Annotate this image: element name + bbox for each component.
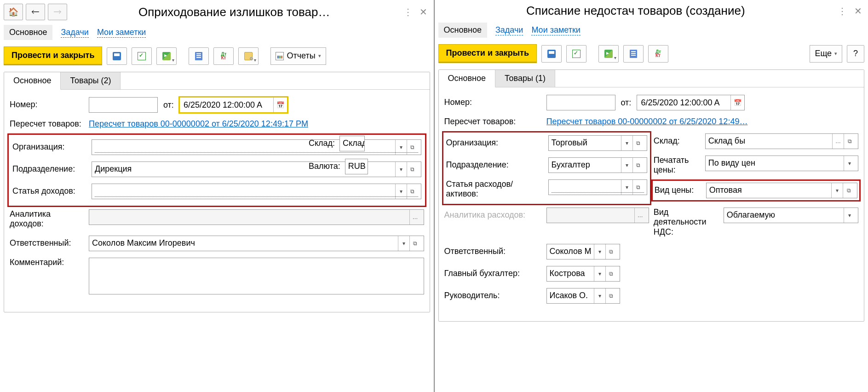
forward-button[interactable]: 🡒: [48, 4, 67, 20]
save-button[interactable]: [541, 45, 562, 63]
nav-tasks[interactable]: Задачи: [495, 25, 523, 35]
resp-combo[interactable]: Соколов М ▾ ⧉: [546, 244, 620, 259]
from-label: от:: [163, 100, 174, 110]
create-based-on-button[interactable]: [156, 47, 177, 65]
price-type-combo[interactable]: Оптовая ▾ ⧉: [706, 183, 857, 198]
more-menu-button[interactable]: ⋮: [836, 5, 849, 17]
expense-anal-combo[interactable]: …: [546, 208, 649, 223]
warehouse-label: Склад:: [654, 136, 700, 146]
dropdown-icon[interactable]: ▾: [594, 244, 605, 259]
calendar-icon[interactable]: 📅: [730, 95, 744, 110]
open-icon[interactable]: ⧉: [633, 158, 644, 173]
dropdown-icon[interactable]: ▾: [398, 236, 409, 251]
print-prices-combo[interactable]: По виду цен ▾: [705, 156, 858, 171]
vat-label: Вид деятельности НДС:: [654, 208, 718, 237]
post-button[interactable]: [566, 45, 586, 63]
resp-combo[interactable]: Соколов Максим Игоревич ▾ ⧉: [89, 236, 424, 251]
close-button[interactable]: ✕: [851, 5, 864, 17]
open-icon[interactable]: ⧉: [633, 136, 644, 150]
recount-link[interactable]: Пересчет товаров 00-00000002 от 6/25/202…: [89, 119, 424, 129]
help-button[interactable]: ?: [847, 45, 864, 63]
list-icon: [630, 50, 637, 58]
nav-notes[interactable]: Мои заметки: [97, 28, 146, 38]
dropdown-icon[interactable]: ▾: [621, 158, 632, 173]
based-on-icon: [162, 52, 171, 60]
number-input[interactable]: [89, 97, 158, 113]
home-button[interactable]: 🏠: [4, 4, 23, 20]
currency-input[interactable]: RUB: [345, 159, 368, 174]
recount-label: Пересчет товаров:: [444, 117, 541, 127]
org-combo[interactable]: Торговый ▾ ⧉: [548, 135, 647, 151]
based-on-icon: [604, 50, 613, 58]
chief-accountant-combo[interactable]: Кострова ▾ ⧉: [546, 266, 620, 282]
resp-label: Ответственный:: [444, 247, 541, 257]
number-label: Номер:: [10, 100, 83, 110]
nav-tasks[interactable]: Задачи: [61, 28, 88, 38]
tab-goods[interactable]: Товары (2): [61, 72, 121, 90]
post-button[interactable]: [132, 47, 152, 65]
dtkt-icon: ДтКт: [221, 52, 226, 60]
nav-notes[interactable]: Мои заметки: [531, 25, 581, 35]
calendar-icon[interactable]: 📅: [273, 98, 287, 112]
tab-goods[interactable]: Товары (1): [495, 70, 555, 87]
open-icon[interactable]: ⧉: [606, 266, 617, 281]
vat-combo[interactable]: Облагаемую ▾: [724, 208, 858, 223]
dropdown-icon[interactable]: ▾: [396, 162, 407, 177]
recount-link[interactable]: Пересчет товаров 00-00000002 от 6/25/202…: [546, 117, 859, 127]
date-input[interactable]: 6/25/2020 12:00:00 A 📅: [179, 97, 287, 113]
dropdown-icon[interactable]: ▾: [832, 183, 843, 198]
director-combo[interactable]: Исаков О. ▾ ⧉: [546, 288, 620, 304]
dept-combo[interactable]: Дирекция ▾ ⧉: [92, 161, 421, 177]
page-title: Оприходование излишков товар…: [70, 5, 399, 19]
income-anal-combo[interactable]: …: [89, 209, 424, 225]
dtkt-button[interactable]: ДтКт: [648, 45, 668, 63]
tab-main[interactable]: Основное: [4, 72, 61, 90]
dtkt-icon: ДтКт: [655, 50, 661, 58]
post-and-close-button[interactable]: Провести и закрыть: [438, 44, 537, 63]
list-button[interactable]: [623, 45, 644, 63]
dropdown-icon[interactable]: ▾: [844, 208, 855, 223]
comment-input[interactable]: [89, 258, 424, 294]
open-icon[interactable]: ⧉: [843, 183, 854, 198]
open-icon[interactable]: ⧉: [844, 134, 855, 149]
dept-combo[interactable]: Бухгалтер ▾ ⧉: [548, 157, 647, 173]
open-icon[interactable]: ⧉: [606, 288, 617, 303]
dropdown-icon[interactable]: ▾: [621, 136, 632, 150]
currency-label: Валюта:: [309, 161, 340, 171]
ellipsis-icon[interactable]: …: [635, 208, 646, 223]
expense-anal-label: Аналитика расходов:: [444, 210, 541, 220]
dept-label: Подразделение:: [446, 160, 543, 170]
post-and-close-button[interactable]: Провести и закрыть: [4, 46, 102, 65]
dropdown-icon[interactable]: ▾: [594, 288, 605, 303]
open-icon[interactable]: ⧉: [410, 236, 421, 251]
close-button[interactable]: ✕: [417, 6, 430, 18]
open-icon[interactable]: ⧉: [407, 162, 418, 177]
more-menu-button[interactable]: ⋮: [402, 6, 414, 18]
open-icon[interactable]: ⧉: [606, 244, 617, 259]
dropdown-icon[interactable]: ▾: [594, 266, 605, 281]
dtkt-button[interactable]: ДтКт: [213, 47, 234, 65]
date-input[interactable]: 6/25/2020 12:00:00 A 📅: [637, 95, 745, 110]
doc-settings-button[interactable]: [238, 47, 259, 65]
ellipsis-icon[interactable]: …: [833, 134, 844, 149]
number-input[interactable]: [546, 95, 615, 110]
post-icon: [138, 52, 146, 60]
income-item-label: Статья доходов:: [12, 186, 86, 196]
warehouse-input[interactable]: Склад: [339, 136, 365, 151]
more-button[interactable]: Еще ▾: [810, 45, 842, 63]
reports-button[interactable]: Отчеты ▾: [270, 47, 326, 65]
nav-main[interactable]: Основное: [438, 23, 487, 38]
income-anal-label: Аналитика доходов:: [10, 209, 83, 229]
warehouse-combo[interactable]: Склад бы … ⧉: [705, 133, 858, 149]
income-item-combo[interactable]: ▾ ⧉: [92, 184, 421, 199]
tab-main[interactable]: Основное: [439, 70, 495, 87]
dropdown-icon[interactable]: ▾: [844, 156, 855, 171]
list-button[interactable]: [189, 47, 209, 65]
ellipsis-icon[interactable]: …: [410, 210, 421, 225]
save-button[interactable]: [107, 47, 127, 65]
create-based-on-button[interactable]: [598, 45, 619, 63]
nav-main[interactable]: Основное: [4, 25, 52, 40]
back-button[interactable]: 🡐: [26, 4, 45, 20]
expense-item-combo[interactable]: ▾ ⧉: [548, 179, 647, 195]
org-combo[interactable]: ▾ ⧉: [92, 139, 421, 155]
